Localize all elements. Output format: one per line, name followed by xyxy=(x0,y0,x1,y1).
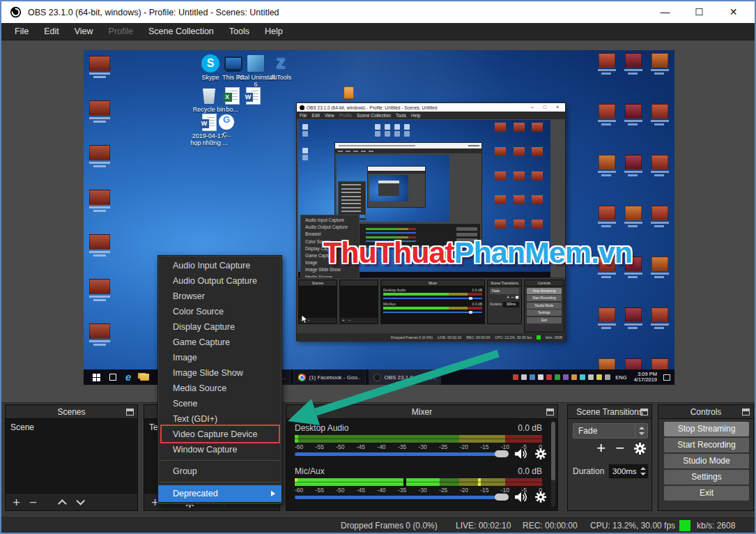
menu-item-game-capture[interactable]: Game Capture xyxy=(158,335,281,350)
submenu-arrow-icon xyxy=(271,491,275,496)
remove-transition-button[interactable]: − xyxy=(615,441,624,455)
menu-item-media-source[interactable]: Media Source xyxy=(158,381,281,396)
slider-thumb[interactable] xyxy=(495,494,509,501)
file-thumbnail xyxy=(596,53,617,75)
popout-icon[interactable] xyxy=(742,409,750,415)
obs-logo-icon xyxy=(10,6,22,18)
menu-separator xyxy=(160,482,280,482)
title-bar[interactable]: OBS 23.1.0 (64-bit, windows) - Profile: … xyxy=(1,1,755,23)
file-thumbnail xyxy=(623,104,644,125)
slider-thumb[interactable] xyxy=(495,450,509,457)
scene-transitions-panel: Scene Transitions Fade + − Duration 300m… xyxy=(567,404,652,511)
taskbar-button-facebook: (1) Facebook - Goo... xyxy=(293,369,366,385)
popout-icon[interactable] xyxy=(546,409,554,415)
desktop-file-thumbnail xyxy=(87,234,112,257)
mixer-scrollbar[interactable] xyxy=(551,422,555,507)
controls-panel-header[interactable]: Controls xyxy=(658,405,753,419)
menu-item-display-capture[interactable]: Display Capture xyxy=(158,319,281,335)
file-thumbnail xyxy=(649,53,670,75)
volume-slider[interactable] xyxy=(295,496,507,499)
menu-file[interactable]: File xyxy=(7,26,36,36)
add-scene-button[interactable]: + xyxy=(13,496,20,509)
channel-settings-gear-icon[interactable] xyxy=(535,448,546,459)
remove-scene-button[interactable]: − xyxy=(29,496,37,509)
menu-tools[interactable]: Tools xyxy=(222,26,257,36)
menu-item-color-source[interactable]: Color Source xyxy=(158,304,281,319)
mixer-panel-header[interactable]: Mixer xyxy=(286,405,557,419)
transition-properties-gear-icon[interactable] xyxy=(634,443,646,455)
popout-icon[interactable] xyxy=(126,409,134,415)
file-thumbnail xyxy=(623,206,644,227)
menu-item-group[interactable]: Group xyxy=(158,464,281,479)
unikey-icon xyxy=(344,86,354,99)
captured-dock: Scenes+ − + − Mixer Desktop Audio0.0 dB … xyxy=(297,277,565,333)
add-transition-button[interactable]: + xyxy=(596,441,605,455)
move-scene-down-button[interactable] xyxy=(76,496,85,505)
desktop-icon-g-app: G C.. xyxy=(215,114,238,138)
desktop-icon-unikey xyxy=(341,86,355,99)
captured-title-bar: OBS 23.1.0 (64-bit, windows) - Profile: … xyxy=(297,103,565,112)
transition-select[interactable]: Fade xyxy=(573,423,648,438)
desktop-audio-controls xyxy=(295,448,546,459)
obs-taskbar-icon xyxy=(373,374,381,381)
desktop-file-thumbnail xyxy=(87,190,112,212)
studio-mode-button[interactable]: Studio Mode xyxy=(664,454,749,468)
taskbar-clock: 3:09 PM 4/17/2019 xyxy=(634,372,657,383)
language-indicator: ENG xyxy=(615,374,626,381)
menu-item-audio-input-capture[interactable]: Audio Input Capture xyxy=(158,258,281,273)
start-recording-button[interactable]: Start Recording xyxy=(664,438,749,452)
speaker-icon[interactable] xyxy=(514,448,528,459)
menu-item-scene[interactable]: Scene xyxy=(158,396,281,411)
mixer-channel-desktop-audio: Desktop Audio 0.0 dB -60-55-50-45-40-35-… xyxy=(295,423,542,450)
captured-obs-window-level4 xyxy=(367,166,426,208)
notification-center-icon xyxy=(663,374,670,381)
duration-spinner[interactable] xyxy=(638,464,648,478)
g-app-icon: G xyxy=(219,114,234,130)
menu-item-image-slide-show[interactable]: Image Slide Show xyxy=(158,365,281,381)
desktop-file-thumbnail xyxy=(87,56,112,78)
captured-thumbnail-grid xyxy=(495,123,546,234)
menu-view[interactable]: View xyxy=(67,26,101,36)
obs-window: OBS 23.1.0 (64-bit, windows) - Profile: … xyxy=(0,0,756,534)
duration-input[interactable]: 300ms xyxy=(608,464,649,479)
menu-item-window-capture[interactable]: Window Capture xyxy=(158,442,281,457)
edge-icon: e xyxy=(125,373,131,381)
menu-item-video-capture-device[interactable]: Video Capture Device xyxy=(158,427,281,442)
mixer-panel: Mixer Desktop Audio 0.0 dB -60-55-50-45-… xyxy=(286,404,558,511)
maximize-button[interactable]: ☐ xyxy=(682,1,716,23)
settings-button[interactable]: Settings xyxy=(664,470,749,485)
scenes-panel-header[interactable]: Scenes xyxy=(6,405,137,419)
file-thumbnail xyxy=(649,104,670,125)
stop-streaming-button[interactable]: Stop Streaming xyxy=(664,422,749,436)
menu-bar: File Edit View Profile Scene Collection … xyxy=(1,23,755,40)
file-thumbnail xyxy=(649,206,670,227)
popout-icon[interactable] xyxy=(640,409,648,415)
duration-label: Duration xyxy=(573,466,604,476)
system-tray: ENG 3:09 PM 4/17/2019 xyxy=(513,369,670,385)
channel-settings-gear-icon[interactable] xyxy=(535,491,546,503)
move-scene-up-button[interactable] xyxy=(58,499,67,508)
menu-item-browser[interactable]: Browser xyxy=(158,289,281,304)
speaker-icon[interactable] xyxy=(514,491,528,503)
volume-slider[interactable] xyxy=(295,452,507,456)
file-thumbnail xyxy=(649,257,670,278)
scene-list-item[interactable]: Scene xyxy=(6,419,137,436)
transition-select-spinner[interactable] xyxy=(635,424,647,438)
menu-scene-collection[interactable]: Scene Collection xyxy=(141,26,222,36)
menu-help[interactable]: Help xyxy=(257,26,291,36)
transitions-panel-header[interactable]: Scene Transitions xyxy=(568,405,651,419)
menu-item-audio-output-capture[interactable]: Audio Output Capture xyxy=(158,273,281,289)
menu-item-image[interactable]: Image xyxy=(158,350,281,365)
jutools-icon: Z xyxy=(272,54,290,73)
volume-meter xyxy=(295,478,542,486)
menu-edit[interactable]: Edit xyxy=(36,26,67,36)
main-area: S Skype This PC Total Uninstall 6 Z JuTo… xyxy=(1,40,755,402)
menu-item-text-gdi[interactable]: Text (GDI+) xyxy=(158,411,281,427)
exit-button[interactable]: Exit xyxy=(664,486,749,501)
menu-item-deprecated[interactable]: Deprecated xyxy=(158,485,281,502)
minimize-button[interactable]: — xyxy=(648,1,682,23)
close-button[interactable]: ✕ xyxy=(716,1,750,23)
file-thumbnail xyxy=(623,307,644,329)
cpu-fps-status: CPU: 13.2%, 30.00 fps xyxy=(590,521,675,531)
scenes-panel: Scenes Scene + − xyxy=(5,404,138,511)
